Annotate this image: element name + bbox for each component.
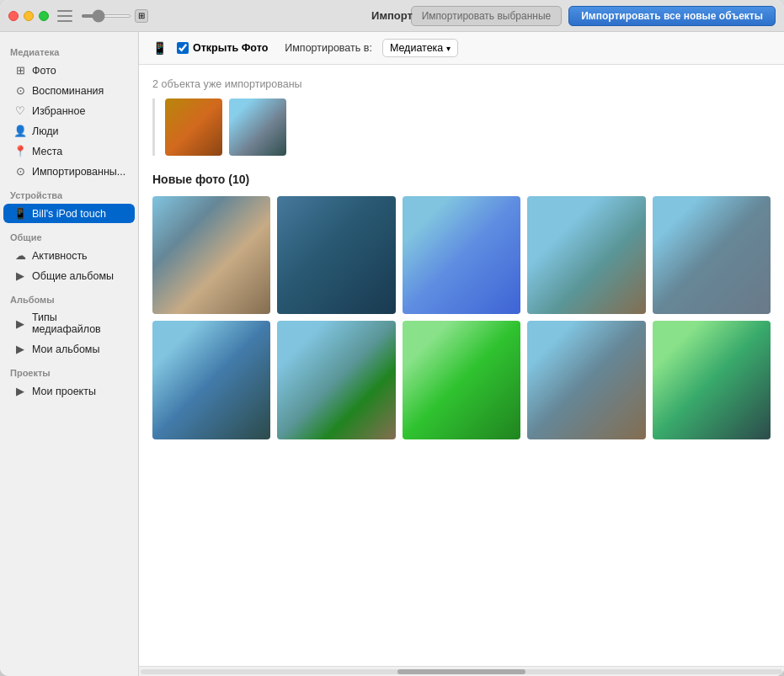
sidebar-item-imported[interactable]: ⊙ Импортированны... [3, 162, 135, 181]
sidebar-item-shared-albums[interactable]: ▶ Общие альбомы [3, 266, 135, 285]
already-imported-photo-1[interactable] [165, 98, 222, 156]
sidebar-item-imported-label: Импортированны... [32, 166, 125, 178]
shared-albums-icon: ▶ [13, 269, 27, 282]
activity-icon: ☁ [13, 249, 27, 262]
sidebar-item-memories-label: Воспоминания [32, 85, 104, 97]
sidebar-item-favorites[interactable]: ♡ Избранное [3, 101, 135, 120]
import-to-value: Медиатека [390, 42, 443, 54]
scrollbar-thumb[interactable] [397, 669, 525, 674]
sidebar-item-memories[interactable]: ⊙ Воспоминания [3, 81, 135, 100]
import-all-button[interactable]: Импортировать все новые объекты [568, 6, 776, 26]
photo-thumb-2-inner [277, 196, 395, 314]
photo-thumb-6[interactable] [152, 321, 270, 439]
titlebar: ⊞ Импорт Импортировать выбранные Импорти… [0, 0, 784, 32]
photo-thumb-7[interactable] [277, 321, 395, 439]
sidebar-item-media-types-label: Типы медиафайлов [32, 311, 125, 335]
import-to-dropdown[interactable]: Медиатека ▾ [382, 39, 458, 57]
import-toolbar: 📱 Открыть Фото Импортировать в: Медиатек… [139, 32, 784, 65]
sidebar-item-places-label: Места [32, 146, 62, 157]
photo-thumb-2[interactable] [277, 196, 395, 314]
sidebar-item-my-projects-label: Мои проекты [32, 386, 96, 397]
photo-thumb-5-inner [653, 196, 771, 314]
people-icon: 👤 [13, 125, 27, 137]
section-label-projects: Проекты [0, 359, 138, 381]
sidebar-item-people-label: Люди [32, 125, 59, 137]
sidebar-item-people[interactable]: 👤 Люди [3, 121, 135, 141]
open-photos-checkbox-label: Открыть Фото [177, 42, 268, 54]
device-icon: 📱 [152, 41, 167, 55]
zoom-slider[interactable] [81, 14, 131, 18]
photos-icon: ⊞ [13, 64, 27, 77]
favorites-icon: ♡ [13, 104, 27, 117]
open-photos-label: Открыть Фото [193, 42, 268, 54]
photo-thumb-1[interactable] [152, 196, 270, 314]
sidebar-item-places[interactable]: 📍 Места [3, 141, 135, 161]
main-content: Медиатека ⊞ Фото ⊙ Воспоминания ♡ Избран… [0, 32, 784, 676]
sidebar-item-my-projects[interactable]: ▶ Мои проекты [3, 381, 135, 401]
photo-thumb-4[interactable] [527, 196, 645, 314]
zoom-slider-control: ⊞ [81, 9, 148, 23]
section-label-devices: Устройства [0, 182, 138, 203]
memories-icon: ⊙ [13, 84, 27, 97]
minimize-button[interactable] [24, 11, 34, 21]
photo-thumb-6-inner [152, 321, 270, 439]
chevron-down-icon: ▾ [446, 44, 451, 53]
section-label-library: Медиатека [0, 39, 138, 60]
ipod-icon: 📱 [13, 207, 27, 220]
photo-thumb-8[interactable] [403, 321, 520, 439]
my-albums-icon: ▶ [13, 343, 27, 355]
already-imported-section [152, 98, 771, 156]
bottom-scrollbar[interactable] [139, 666, 784, 676]
sidebar-toggle-button[interactable] [57, 10, 72, 22]
open-photos-checkbox[interactable] [177, 42, 189, 54]
already-imported-photo-2[interactable] [229, 98, 286, 156]
traffic-lights [8, 11, 49, 21]
media-types-icon: ▶ [13, 317, 27, 330]
imported-icon: ⊙ [13, 165, 27, 178]
content-area: 📱 Открыть Фото Импортировать в: Медиатек… [139, 32, 784, 676]
photo-thumb-9[interactable] [527, 321, 645, 439]
sidebar-item-shared-albums-label: Общие альбомы [32, 270, 114, 282]
photo-thumb-3[interactable] [403, 196, 520, 314]
sidebar-item-photos-label: Фото [32, 65, 56, 77]
sidebar-item-my-albums[interactable]: ▶ Мои альбомы [3, 339, 135, 359]
expand-button[interactable]: ⊞ [135, 9, 148, 23]
sidebar: Медиатека ⊞ Фото ⊙ Воспоминания ♡ Избран… [0, 32, 139, 676]
photo-thumb-8-inner [403, 321, 520, 439]
sidebar-item-photos[interactable]: ⊞ Фото [3, 61, 135, 80]
photo-thumb-5[interactable] [653, 196, 771, 314]
sidebar-item-ipod[interactable]: 📱 Bill's iPod touch [3, 204, 135, 223]
sidebar-item-my-albums-label: Мои альбомы [32, 343, 99, 355]
titlebar-controls: ⊞ [57, 9, 148, 23]
photo-thumb-9-inner [527, 321, 645, 439]
sidebar-item-favorites-label: Избранное [32, 105, 85, 117]
titlebar-right-buttons: Импортировать выбранные Импортировать вс… [411, 6, 776, 26]
photo-thumb-7-inner [277, 321, 395, 439]
section-label-shared: Общие [0, 224, 138, 245]
window-title: Импорт [371, 9, 413, 22]
already-imported-header: 2 объекта уже импортированы [152, 78, 771, 90]
sidebar-item-activity-label: Активность [32, 250, 88, 262]
main-window: ⊞ Импорт Импортировать выбранные Импорти… [0, 0, 784, 676]
sidebar-item-ipod-label: Bill's iPod touch [32, 208, 106, 220]
scrollbar-track [141, 669, 782, 674]
sidebar-item-media-types[interactable]: ▶ Типы медиафайлов [3, 308, 135, 338]
photo-thumb-1-inner [152, 196, 270, 314]
photo-grid [152, 196, 771, 439]
close-button[interactable] [8, 11, 19, 21]
sidebar-item-activity[interactable]: ☁ Активность [3, 246, 135, 265]
section-label-albums: Альбомы [0, 286, 138, 307]
photo-thumb-3-inner [403, 196, 520, 314]
maximize-button[interactable] [39, 11, 49, 21]
import-to-label: Импортировать в: [285, 42, 372, 54]
new-photos-header: Новые фото (10) [152, 173, 771, 186]
photos-area: 2 объекта уже импортированы Новые фото (… [139, 65, 784, 666]
my-projects-icon: ▶ [13, 385, 27, 397]
import-selected-button[interactable]: Импортировать выбранные [411, 6, 563, 26]
photo-thumb-10-inner [653, 321, 771, 439]
photo-thumb-10[interactable] [653, 321, 771, 439]
photo-thumb-4-inner [527, 196, 645, 314]
places-icon: 📍 [13, 145, 27, 157]
